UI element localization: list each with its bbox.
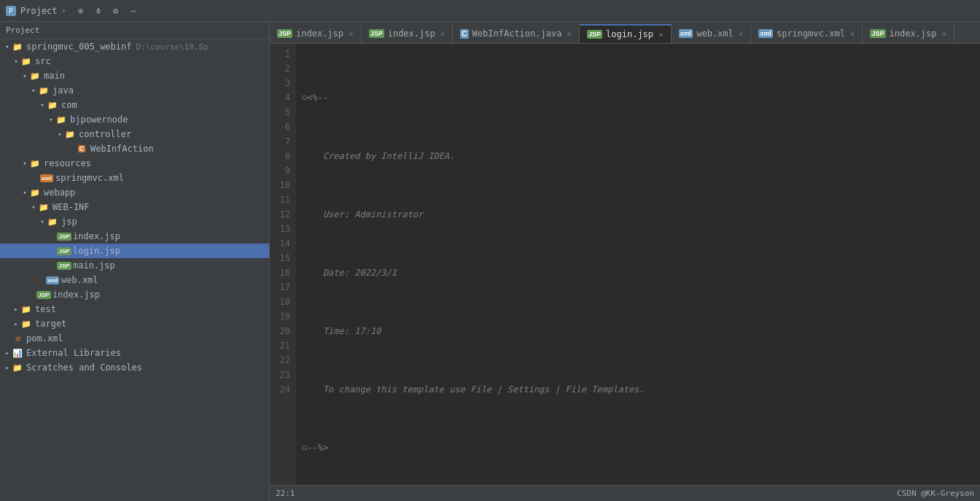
tree-item-login-jsp[interactable]: ▸ JSP login.jsp (0, 244, 269, 258)
pom-icon: m (12, 333, 23, 344)
code-text: To change this template use File | Setti… (302, 382, 645, 397)
line-num-18: 18 (276, 295, 290, 309)
tab-icon: xml (758, 29, 773, 38)
tree-item-index-webapp[interactable]: ▸ JSP index.jsp (0, 287, 269, 302)
tree-item-jsp-dir[interactable]: ▾ 📁 jsp (0, 214, 269, 229)
tab-index3[interactable]: JSP index.jsp × (863, 24, 954, 43)
code-line-5: Time: 17:10 (302, 324, 974, 338)
tab-label: web.xml (696, 28, 734, 39)
item-label: com (61, 100, 77, 110)
tree-item-webxml[interactable]: ▸ xml web.xml (0, 273, 269, 287)
line-num-16: 16 (276, 265, 290, 280)
item-label: target (35, 319, 66, 329)
tree-item-java[interactable]: ▾ 📁 java (0, 83, 269, 98)
title-bar: P Project ▾ ⊕ ≑ ⚙ — (0, 0, 980, 22)
tab-index2[interactable]: JSP index.jsp × (362, 24, 454, 43)
tab-label: springmvc.xml (777, 28, 845, 39)
tree-item-test[interactable]: ▸ 📁 test (0, 302, 269, 316)
line-num-2: 2 (276, 61, 290, 76)
item-label: web.xml (61, 275, 98, 285)
item-label: webapp (44, 187, 75, 198)
item-label: pom.xml (26, 333, 63, 343)
tab-close[interactable]: × (567, 29, 572, 39)
sidebar-title: Project (6, 26, 39, 35)
tree-item-scratches[interactable]: ▸ 📁 Scratches and Consoles (0, 360, 269, 375)
code-content[interactable]: ⊟<%-- Created by IntelliJ IDEA. User: Ad… (296, 44, 980, 485)
tab-icon: C (460, 29, 468, 39)
tab-close[interactable]: × (739, 29, 744, 39)
tree-item-controller[interactable]: ▾ 📁 controller (0, 127, 269, 141)
arrow: ▾ (55, 130, 64, 139)
tree-item-src[interactable]: ▾ 📁 src (0, 54, 269, 69)
folder-icon: 📁 (29, 158, 41, 169)
tab-label: WebInfAction.java (472, 28, 562, 39)
tree-item-main-jsp[interactable]: ▸ JSP main.jsp (0, 258, 269, 273)
tab-label: login.jsp (606, 29, 653, 39)
tab-webinfaction[interactable]: C WebInfAction.java × (453, 24, 580, 43)
tab-close[interactable]: × (440, 29, 446, 39)
code-view[interactable]: 1 2 3 4 5 6 7 8 9 10 11 12 13 14 15 16 1… (270, 44, 980, 485)
cursor-position: 22:1 (276, 489, 295, 498)
tab-close[interactable]: × (349, 29, 354, 39)
main-layout: Project ▾ 📁 springmvc_005_webinf D:\cour… (0, 22, 980, 501)
tree-item-springmvcxml[interactable]: ▸ xml springmvc.xml (0, 171, 269, 185)
tree-item-index-jsp[interactable]: ▸ JSP index.jsp (0, 229, 269, 244)
line-num-15: 15 (276, 251, 290, 265)
arrow: ▾ (38, 217, 47, 226)
folder-icon: 📁 (20, 318, 32, 330)
minimize-icon[interactable]: — (126, 4, 141, 18)
line-num-14: 14 (276, 236, 290, 251)
line-num-10: 10 (276, 178, 290, 193)
tab-icon: JSP (277, 29, 292, 38)
tree-item-target[interactable]: ▸ 📁 target (0, 316, 269, 331)
line-num-9: 9 (276, 163, 290, 178)
line-num-5: 5 (276, 105, 290, 120)
line-num-3: 3 (276, 76, 290, 90)
arrow: ▾ (47, 115, 55, 124)
tab-close[interactable]: × (658, 30, 664, 39)
line-num-12: 12 (276, 207, 290, 222)
tree-item-webapp[interactable]: ▾ 📁 webapp (0, 185, 269, 200)
code-line-3: User: Administrator (302, 207, 974, 222)
item-label: login.jsp (73, 246, 120, 256)
folder-icon: 📁 (38, 85, 50, 96)
tab-springmvcxml[interactable]: xml springmvc.xml × (751, 24, 863, 43)
java-icon: C (76, 143, 88, 155)
code-line-2: Created by IntelliJ IDEA. (302, 149, 974, 163)
add-icon[interactable]: ⊕ (74, 4, 88, 18)
jsp-icon: JSP (58, 245, 70, 257)
tree-item-webinfaction[interactable]: ▸ C WebInfAction (0, 141, 269, 156)
arrow: ▸ (12, 305, 20, 314)
line-num-20: 20 (276, 324, 290, 338)
sidebar-header: Project (0, 22, 269, 39)
line-num-17: 17 (276, 280, 290, 295)
title-icons: ⊕ ≑ ⚙ — (74, 4, 141, 18)
tab-login[interactable]: JSP login.jsp × (580, 24, 672, 43)
tree-item-external-libs[interactable]: ▸ 📊 External Libraries (0, 346, 269, 360)
item-label: test (35, 304, 56, 314)
tab-icon: JSP (870, 29, 885, 38)
fold-icon: ⊟ (302, 90, 307, 105)
code-line-7: ⊟--%> (302, 440, 974, 455)
status-bar: 22:1 CSDN @KK-Greyson (270, 485, 980, 501)
xml-icon: xml (41, 172, 52, 184)
tab-close[interactable]: × (942, 29, 947, 39)
tree-item-webinf[interactable]: ▾ 📁 WEB-INF (0, 200, 269, 214)
tree-item-resources[interactable]: ▾ 📁 resources (0, 156, 269, 171)
line-num-6: 6 (276, 120, 290, 134)
tab-close[interactable]: × (850, 29, 855, 39)
tree-item-pomxml[interactable]: ▸ m pom.xml (0, 331, 269, 346)
item-label: jsp (61, 217, 77, 227)
item-label: External Libraries (26, 348, 121, 358)
tree-item-root[interactable]: ▾ 📁 springmvc_005_webinf D:\course\18.Sp (0, 39, 269, 54)
tree-item-bjpowernode[interactable]: ▾ 📁 bjpowernode (0, 112, 269, 127)
tree-item-com[interactable]: ▾ 📁 com (0, 98, 269, 112)
tab-index1[interactable]: JSP index.jsp × (270, 24, 362, 43)
status-right: CSDN @KK-Greyson (897, 489, 974, 498)
tree-item-main[interactable]: ▾ 📁 main (0, 69, 269, 83)
line-num-19: 19 (276, 309, 290, 324)
tab-webxml[interactable]: xml web.xml × (672, 24, 752, 43)
settings-icon[interactable]: ⚙ (109, 4, 123, 18)
sync-icon[interactable]: ≑ (91, 4, 106, 18)
line-num-13: 13 (276, 222, 290, 236)
